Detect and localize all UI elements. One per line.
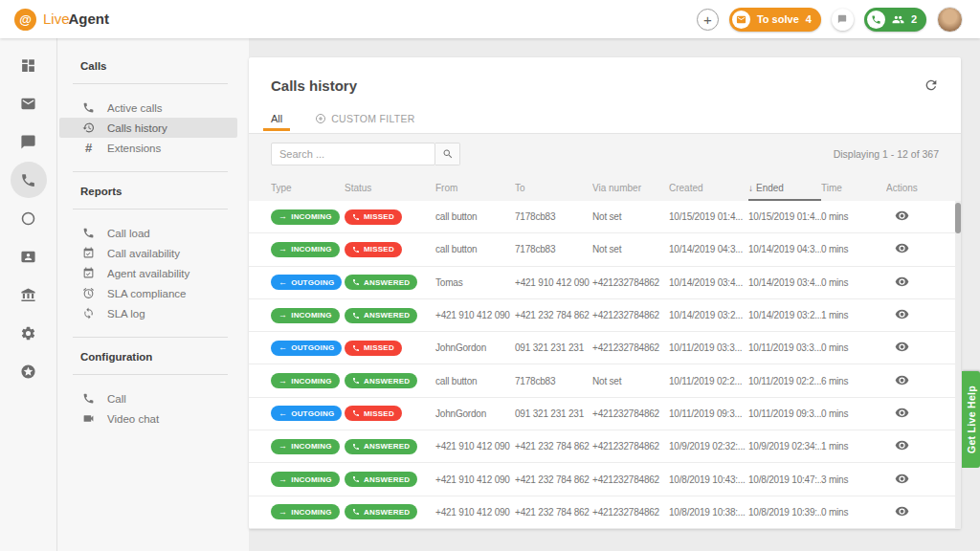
search-button[interactable] (435, 143, 460, 165)
column-header-type[interactable]: Type (271, 183, 345, 193)
from-cell: JohnGordon (435, 342, 515, 353)
table-row[interactable]: ←OUTGOING MISSED JohnGordon 091 321 231 … (249, 332, 961, 364)
call-status-badge: MISSED (345, 341, 402, 356)
phone-icon[interactable] (11, 162, 47, 198)
menu-item-active-calls[interactable]: Active calls (59, 98, 237, 118)
created-cell: 10/14/2019 04:3... (669, 244, 748, 254)
via-number-cell: Not set (592, 376, 669, 386)
to-cell: 7178cb83 (515, 376, 592, 386)
table-scrollbar[interactable] (955, 201, 961, 529)
column-header-ended-sorted[interactable]: ↓ Ended (748, 174, 821, 201)
phone-icon (352, 475, 360, 483)
menu-item-agent-availability[interactable]: Agent availability (59, 263, 237, 283)
to-solve-count: 4 (806, 13, 812, 25)
to-cell: +421 232 784 862 (515, 507, 592, 518)
to-solve-button[interactable]: To solve 4 (729, 8, 821, 32)
menu-item-video-chat[interactable]: Video chat (59, 408, 237, 429)
column-header-time[interactable]: Time (821, 183, 886, 193)
call-status-badge: ANSWERED (345, 472, 417, 487)
user-avatar[interactable] (937, 7, 963, 33)
table-row[interactable]: →INCOMING ANSWERED +421 910 412 090 +421… (249, 430, 961, 463)
table-row[interactable]: →INCOMING MISSED call button 7178cb83 No… (249, 233, 961, 266)
view-call-button[interactable] (895, 373, 909, 387)
settings-icon[interactable] (11, 324, 46, 342)
direction-arrow-icon: → (278, 245, 287, 253)
via-number-cell: Not set (592, 244, 669, 254)
view-call-button[interactable] (895, 340, 909, 354)
via-number-cell: +421232784862 (592, 507, 669, 518)
column-header-status[interactable]: Status (345, 183, 435, 193)
to-cell: +421 232 784 862 (515, 310, 592, 320)
call-type-badge: ←OUTGOING (271, 406, 342, 421)
menu-item-call-load[interactable]: Call load (59, 223, 237, 243)
gamification-icon[interactable] (11, 363, 46, 380)
view-call-button[interactable] (895, 209, 909, 223)
divider (73, 171, 228, 172)
ended-cell: 10/14/2019 04:3... (748, 244, 821, 254)
table-row[interactable]: ←OUTGOING MISSED JohnGordon 091 321 231 … (249, 398, 961, 430)
column-header-from[interactable]: From (435, 183, 515, 193)
table-row[interactable]: →INCOMING ANSWERED call button 7178cb83 … (249, 364, 961, 397)
column-header-via[interactable]: Via number (592, 183, 669, 193)
get-live-help-button[interactable]: Get Live Help (962, 371, 980, 468)
plus-icon: + (703, 11, 712, 28)
contacts-icon[interactable] (11, 248, 46, 265)
phone-icon (352, 443, 360, 451)
via-number-cell: +421232784862 (592, 310, 669, 320)
view-call-button[interactable] (895, 241, 909, 255)
table-row[interactable]: →INCOMING ANSWERED +421 910 412 090 +421… (249, 299, 961, 332)
calendar-check-icon (82, 247, 95, 259)
history-icon (82, 121, 95, 134)
menu-item-call[interactable]: Call (59, 388, 237, 408)
agents-icon (892, 13, 904, 26)
logo-live-text: Live (43, 11, 70, 27)
table-row[interactable]: ←OUTGOING ANSWERED Tomas +421 910 412 09… (249, 267, 961, 299)
chat-icon[interactable] (11, 133, 46, 150)
column-header-created[interactable]: Created (669, 183, 748, 193)
menu-item-calls-history[interactable]: Calls history (59, 118, 237, 138)
alarm-icon (82, 287, 95, 299)
eye-icon (895, 438, 909, 452)
table-row[interactable]: →INCOMING ANSWERED +421 910 412 090 +421… (249, 463, 961, 496)
refresh-button[interactable] (924, 77, 939, 93)
direction-arrow-icon: → (278, 212, 287, 221)
created-cell: 10/11/2019 03:3... (669, 342, 748, 353)
email-icon[interactable] (11, 95, 46, 112)
tab-all[interactable]: All (263, 113, 290, 131)
calls-status-button[interactable]: 2 (864, 8, 926, 32)
direction-arrow-icon: ← (278, 409, 287, 418)
departments-icon[interactable] (11, 286, 46, 303)
direction-arrow-icon: ← (278, 278, 287, 287)
add-button[interactable]: + (697, 9, 719, 31)
ring-icon[interactable] (11, 209, 46, 227)
view-call-button[interactable] (895, 275, 909, 289)
created-cell: 10/11/2019 09:3... (669, 408, 748, 419)
scrollbar-thumb[interactable] (955, 203, 961, 233)
dashboard-icon[interactable] (11, 56, 46, 74)
view-call-button[interactable] (895, 504, 909, 518)
table-row[interactable]: →INCOMING ANSWERED +421 910 412 090 +421… (249, 496, 961, 529)
divider (73, 374, 228, 375)
search-input[interactable] (271, 143, 435, 165)
chat-status-button[interactable] (832, 9, 854, 31)
menu-item-sla-compliance[interactable]: SLA compliance (59, 283, 237, 303)
calls-submenu: Calls Active calls Calls history # Exten… (57, 38, 249, 551)
from-cell: +421 910 412 090 (435, 507, 515, 518)
menu-item-call-availability[interactable]: Call availability (59, 243, 237, 263)
phone-icon (82, 227, 95, 239)
view-call-button[interactable] (895, 307, 909, 321)
view-call-button[interactable] (895, 406, 909, 420)
ended-cell: 10/15/2019 01:4... (748, 211, 821, 222)
tab-custom-filter[interactable]: CUSTOM FILTER (315, 113, 415, 130)
view-call-button[interactable] (895, 472, 909, 486)
column-header-to[interactable]: To (515, 183, 592, 193)
menu-item-sla-log[interactable]: SLA log (59, 303, 237, 323)
phone-icon (352, 312, 360, 320)
menu-item-extensions[interactable]: # Extensions (59, 138, 237, 158)
view-call-button[interactable] (895, 438, 909, 452)
phone-icon (82, 101, 95, 114)
table-row[interactable]: →INCOMING MISSED call button 7178cb83 No… (249, 201, 961, 233)
created-cell: 10/14/2019 03:4... (669, 277, 748, 288)
phone-icon (352, 278, 360, 286)
section-title-reports: Reports (57, 186, 249, 209)
